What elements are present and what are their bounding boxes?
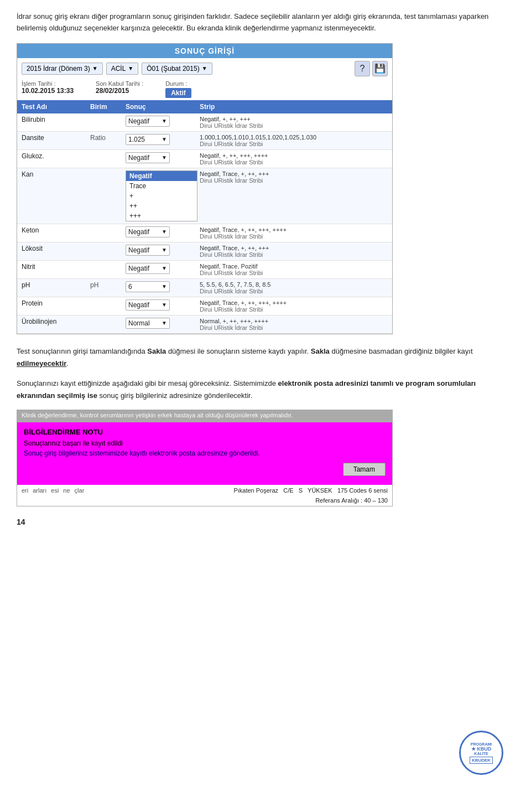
select-arrow-icon: ▼ bbox=[162, 283, 167, 289]
test-sonuc: Negatif ▼ bbox=[126, 152, 197, 163]
period2-dropdown[interactable]: Ö01 (Şubat 2015) ▼ bbox=[142, 63, 212, 75]
test-strip: Negatif, Trace, Pozitif Dirui URistik İd… bbox=[200, 263, 388, 276]
period-label: 2015 İdrar (Dönem 3) bbox=[27, 65, 90, 73]
logo-area: PROGRAMI ★ KBUD KALİTE KBUDEK bbox=[459, 731, 503, 775]
kbudek-logo: PROGRAMI ★ KBUD KALİTE KBUDEK bbox=[459, 731, 503, 775]
sonuc-select[interactable]: Negatif ▼ bbox=[126, 226, 170, 237]
acil-dropdown[interactable]: ACİL ▼ bbox=[106, 63, 139, 75]
durum-col: Durum : Aktif bbox=[165, 80, 191, 98]
header-strip: Strip bbox=[200, 103, 388, 111]
test-birim: pH bbox=[90, 281, 123, 289]
sonuc-select[interactable]: Negatif ▼ bbox=[126, 152, 170, 163]
icon-buttons: ? 💾 bbox=[355, 61, 388, 76]
table-row: Dansite Ratio 1.025 ▼ 1.000,1.005,1.010,… bbox=[17, 132, 392, 150]
islem-tarihi-label: İşlem Tarihi : bbox=[22, 80, 74, 87]
page-number: 14 bbox=[17, 518, 514, 526]
test-strip: Negatif, Trace, +, ++, +++ Dirui URistik… bbox=[200, 245, 388, 258]
test-strip: 5, 5.5, 6, 6.5, 7, 7.5, 8, 8.5 Dirui URi… bbox=[200, 281, 388, 294]
page-wrapper: İdrar sonuç giriş ekranı diğer programla… bbox=[17, 11, 514, 786]
son-kabul-col: Son Kabul Tarihi : 28/02/2015 bbox=[96, 80, 143, 98]
status-badge: Aktif bbox=[165, 88, 191, 98]
period-dropdown[interactable]: 2015 İdrar (Dönem 3) ▼ bbox=[22, 63, 103, 75]
help-button[interactable]: ? bbox=[355, 61, 370, 76]
test-sonuc: Negatif ▼ bbox=[126, 226, 197, 237]
table-row: Lökosit Negatif ▼ Negatif, Trace, +, ++,… bbox=[17, 242, 392, 261]
form-info-row: İşlem Tarihi : 10.02.2015 13:33 Son Kabu… bbox=[17, 79, 392, 100]
select-arrow-icon: ▼ bbox=[162, 136, 167, 142]
referans-alani: Referans Aralığı : 40 – 130 bbox=[17, 496, 392, 506]
save-icon-button[interactable]: 💾 bbox=[372, 61, 388, 76]
test-strip: Normal, +, ++, +++, ++++ Dirui URistik İ… bbox=[200, 318, 388, 331]
period-arrow-icon: ▼ bbox=[92, 65, 98, 71]
table-row: Ürobilinojen Normal ▼ Normal, +, ++, +++… bbox=[17, 316, 392, 334]
test-sonuc: Normal ▼ bbox=[126, 318, 197, 329]
test-sonuc: Negatif ▼ bbox=[126, 263, 197, 274]
tamam-button[interactable]: Tamam bbox=[343, 463, 386, 476]
test-sonuc: Negatif Trace + ++ +++ bbox=[126, 170, 197, 221]
table-header: Test Adı Birim Sonuç Strip bbox=[17, 100, 392, 113]
select-arrow-icon: ▼ bbox=[162, 229, 167, 235]
table-row: Nitrit Negatif ▼ Negatif, Trace, Pozitif… bbox=[17, 261, 392, 279]
select-arrow-icon: ▼ bbox=[162, 247, 167, 253]
table-row: pH pH 6 ▼ 5, 5.5, 6, 6.5, 7, 7.5, 8, 8.5… bbox=[17, 279, 392, 297]
islem-tarihi-col: İşlem Tarihi : 10.02.2015 13:33 bbox=[22, 80, 74, 98]
header-test-adi: Test Adı bbox=[22, 103, 88, 111]
test-name: Nitrit bbox=[22, 263, 88, 271]
dropdown-item-negatif[interactable]: Negatif bbox=[126, 171, 197, 181]
dropdown-item-plus2[interactable]: ++ bbox=[126, 201, 197, 211]
test-name: Keton bbox=[22, 226, 88, 234]
sonuc-select[interactable]: Negatif ▼ bbox=[126, 263, 170, 274]
header-birim: Birim bbox=[90, 103, 123, 111]
sonuc-select[interactable]: Negatif ▼ bbox=[126, 116, 170, 127]
sonuc-select[interactable]: Negatif ▼ bbox=[126, 245, 170, 256]
sonuc-select[interactable]: 6 ▼ bbox=[126, 281, 170, 292]
sonuc-dropdown-list: Negatif Trace + ++ +++ bbox=[126, 170, 197, 221]
dropdown-item-plus3[interactable]: +++ bbox=[126, 211, 197, 221]
period2-label: Ö01 (Şubat 2015) bbox=[147, 65, 199, 73]
table-row: Bilirubin Negatif ▼ Negatif, +, ++, +++ … bbox=[17, 113, 392, 132]
dropdown-item-trace[interactable]: Trace bbox=[126, 181, 197, 191]
notification-top-bar: Klinik değerlendirme, kontrol serumların… bbox=[17, 410, 392, 422]
test-name: Lökosit bbox=[22, 245, 88, 252]
notification-container: Klinik değerlendirme, kontrol serumların… bbox=[17, 410, 393, 506]
table-row: Keton Negatif ▼ Negatif, Trace, +, ++, +… bbox=[17, 224, 392, 242]
test-birim: Ratio bbox=[90, 134, 123, 142]
sonuc-select[interactable]: Negatif ▼ bbox=[126, 299, 170, 311]
table-row: Protein Negatif ▼ Negatif, Trace, +, ++,… bbox=[17, 297, 392, 316]
acil-arrow-icon: ▼ bbox=[128, 65, 133, 71]
notification-title: BİLGİLENDİRME NOTU bbox=[24, 428, 386, 436]
notification-msg2: Sonuç giriş bilgileriniz sistemimizde ka… bbox=[24, 449, 386, 457]
test-sonuc: Negatif ▼ bbox=[126, 299, 197, 311]
son-kabul-value: 28/02/2015 bbox=[96, 87, 143, 95]
select-arrow-icon: ▼ bbox=[162, 118, 167, 124]
period2-arrow-icon: ▼ bbox=[202, 65, 207, 71]
test-sonuc: 6 ▼ bbox=[126, 281, 197, 292]
notification-bottom-row: eri arları esi ne çlar Pıkaten Poşeraz C… bbox=[17, 485, 392, 496]
acil-label: ACİL bbox=[111, 65, 126, 73]
test-name: Protein bbox=[22, 299, 88, 307]
table-row: Kan Negatif Trace + ++ +++ Negatif, Trac… bbox=[17, 168, 392, 224]
test-name: Dansite bbox=[22, 134, 88, 142]
mid-text-p3: Sonuçlarınızı kayıt ettiğinizde aşağıdak… bbox=[17, 377, 514, 402]
test-name: Bilirubin bbox=[22, 116, 88, 123]
durum-label: Durum : bbox=[165, 80, 191, 87]
sonuc-select[interactable]: Normal ▼ bbox=[126, 318, 170, 329]
test-sonuc: Negatif ▼ bbox=[126, 245, 197, 256]
test-sonuc: 1.025 ▼ bbox=[126, 134, 197, 145]
test-name: Kan bbox=[22, 170, 88, 178]
test-sonuc: Negatif ▼ bbox=[126, 116, 197, 127]
sonuc-select[interactable]: 1.025 ▼ bbox=[126, 134, 170, 145]
select-arrow-icon: ▼ bbox=[162, 265, 167, 271]
dropdown-item-plus1[interactable]: + bbox=[126, 191, 197, 201]
test-strip: 1.000,1.005,1.010,1.015,1.020,1.025,1.03… bbox=[200, 134, 388, 147]
test-strip: Negatif, +, ++, +++, ++++ Dirui URistik … bbox=[200, 152, 388, 165]
form-title: SONUÇ GİRİŞİ bbox=[17, 44, 392, 58]
select-arrow-icon: ▼ bbox=[162, 320, 167, 326]
mid-text-p1: Test sonuçlarının girişi tamamlandığında… bbox=[17, 345, 514, 370]
notification-msg1: Sonuçlarınız başarı ile kayıt edildi bbox=[24, 439, 386, 447]
test-name: Glukoz. bbox=[22, 152, 88, 160]
test-strip: Negatif, +, ++, +++ Dirui URistik İdrar … bbox=[200, 116, 388, 129]
test-name: Ürobilinojen bbox=[22, 318, 88, 325]
test-name: pH bbox=[22, 281, 88, 289]
test-strip: Negatif, Trace, +, ++, +++, ++++ Dirui U… bbox=[200, 226, 388, 240]
